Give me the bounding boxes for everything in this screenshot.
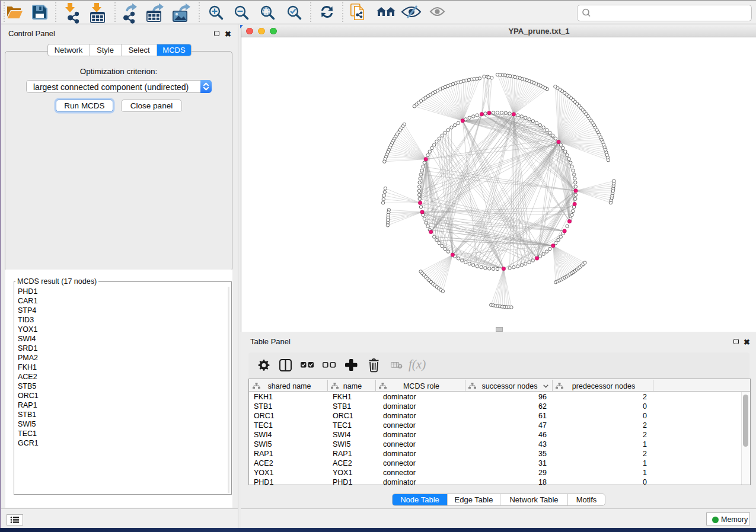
- svg-text:f(x): f(x): [409, 357, 426, 371]
